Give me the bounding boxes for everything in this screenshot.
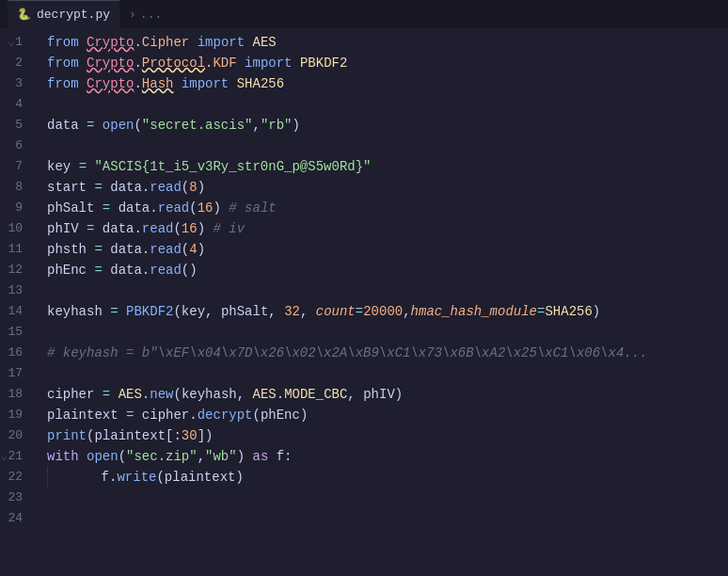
code-line-2: from Crypto.Protocol.KDF import PBKDF2 xyxy=(47,53,728,73)
tab-filename: decrypt.py xyxy=(37,8,110,22)
tab-decrypt-py[interactable]: 🐍 decrypt.py xyxy=(8,0,119,28)
tab-bar: 🐍 decrypt.py › ... xyxy=(0,0,728,28)
code-line-7: key = "ASCIS{1t_i5_v3Ry_str0nG_p@S5w0Rd}… xyxy=(47,156,728,177)
line-num-12: 12 xyxy=(0,260,30,280)
line-num-15: 15 xyxy=(0,322,30,343)
line-num-9: 9 xyxy=(0,198,30,218)
line-numbers: ⌄1 2 3 4 5 6 7 8 9 10 11 12 13 14 15 16 … xyxy=(0,28,40,576)
code-line-5: data = open("secret.ascis","rb") xyxy=(47,115,728,136)
editor-container: 🐍 decrypt.py › ... ⌄1 2 3 4 5 6 7 8 9 10… xyxy=(0,0,728,576)
line-num-11: 11 xyxy=(0,239,30,260)
code-line-19: plaintext = cipher.decrypt(phEnc) xyxy=(47,405,728,425)
code-line-17 xyxy=(47,363,728,384)
line-num-23: 23 xyxy=(0,488,30,508)
code-content[interactable]: from Crypto.Cipher import AES from Crypt… xyxy=(40,28,728,576)
code-line-21: with open("sec.zip","wb") as f: xyxy=(47,446,728,467)
line-num-24: 24 xyxy=(0,508,30,529)
line-num-14: 14 xyxy=(0,301,30,322)
line-num-13: 13 xyxy=(0,280,30,301)
line-num-16: 16 xyxy=(0,343,30,363)
line-num-18: 18 xyxy=(0,384,30,405)
code-line-3: from Crypto.Hash import SHA256 xyxy=(47,73,728,94)
file-icon: 🐍 xyxy=(17,8,31,22)
line-num-5: 5 xyxy=(0,115,30,136)
code-line-23 xyxy=(47,488,728,508)
code-line-18: cipher = AES.new(keyhash, AES.MODE_CBC, … xyxy=(47,384,728,405)
line-num-19: 19 xyxy=(0,405,30,425)
line-num-21: ⌄21 xyxy=(0,446,30,467)
breadcrumb-sep: › xyxy=(129,8,136,22)
line-num-10: 10 xyxy=(0,218,30,239)
editor-body: ⌄1 2 3 4 5 6 7 8 9 10 11 12 13 14 15 16 … xyxy=(0,28,728,576)
line-num-7: 7 xyxy=(0,156,30,177)
code-line-4 xyxy=(47,94,728,115)
fold-21[interactable]: ⌄ xyxy=(1,446,8,467)
line-num-20: 20 xyxy=(0,425,30,446)
line-num-17: 17 xyxy=(0,363,30,384)
breadcrumb: › ... xyxy=(123,8,167,22)
code-line-14: keyhash = PBKDF2(key, phSalt, 32, count=… xyxy=(47,301,728,322)
code-line-8: start = data.read(8) xyxy=(47,177,728,198)
line-num-22: 22 xyxy=(0,467,30,488)
code-line-9: phSalt = data.read(16) # salt xyxy=(47,198,728,218)
code-line-20: print(plaintext[:30]) xyxy=(47,425,728,446)
line-num-8: 8 xyxy=(0,177,30,198)
code-line-1: from Crypto.Cipher import AES xyxy=(47,32,728,53)
code-line-10: phIV = data.read(16) # iv xyxy=(47,218,728,239)
line-num-4: 4 xyxy=(0,94,30,115)
line-num-3: 3 xyxy=(0,73,30,94)
fold-1[interactable]: ⌄ xyxy=(8,32,15,53)
code-line-12: phEnc = data.read() xyxy=(47,260,728,280)
line-num-2: 2 xyxy=(0,53,30,73)
code-line-11: phsth = data.read(4) xyxy=(47,239,728,260)
line-num-1: ⌄1 xyxy=(0,32,30,53)
code-line-15 xyxy=(47,322,728,343)
code-line-24 xyxy=(47,508,728,529)
code-line-16: # keyhash = b"\xEF\x04\x7D\x26\x02\x2A\x… xyxy=(47,343,728,363)
code-line-22: f.write(plaintext) xyxy=(47,467,728,488)
code-line-13 xyxy=(47,280,728,301)
code-line-6 xyxy=(47,136,728,156)
line-num-6: 6 xyxy=(0,136,30,156)
breadcrumb-dots: ... xyxy=(140,8,162,22)
